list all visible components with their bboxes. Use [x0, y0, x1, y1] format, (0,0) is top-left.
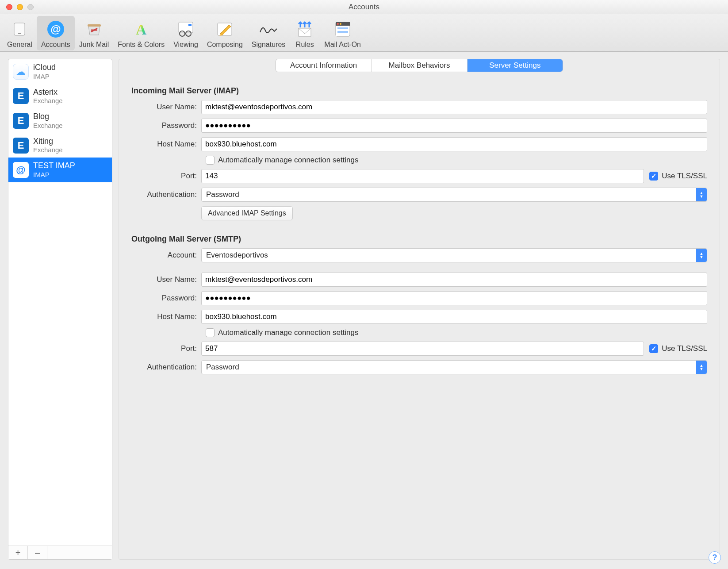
account-name: TEST IMAP [33, 161, 75, 171]
dropdown-arrows-icon: ▲▼ [696, 188, 707, 201]
authentication-label: Authentication: [131, 190, 201, 199]
svg-rect-9 [188, 24, 192, 26]
titlebar: Accounts [0, 0, 728, 14]
auto-manage-label: Automatically manage connection settings [218, 328, 359, 337]
general-icon [9, 19, 30, 40]
toolbar-label: Signatures [252, 41, 286, 49]
host-name-label: Host Name: [131, 312, 201, 321]
account-row-test-imap[interactable]: @ TEST IMAP IMAP [8, 158, 112, 182]
account-type: IMAP [33, 171, 75, 179]
svg-text:@: @ [50, 23, 61, 35]
account-tabs: Account Information Mailbox Behaviors Se… [276, 59, 563, 72]
incoming-authentication-select[interactable]: Password ▲▼ [201, 188, 707, 202]
password-label: Password: [131, 294, 201, 303]
composing-icon [214, 19, 235, 40]
account-name: Blog [33, 112, 63, 122]
account-name: Asterix [33, 88, 63, 97]
dropdown-arrows-icon: ▲▼ [696, 361, 707, 374]
account-row-icloud[interactable]: ☁ iCloud IMAP [8, 59, 112, 84]
outgoing-account-select[interactable]: Eventosdeportivos ▲▼ [201, 248, 707, 262]
fonts-colors-icon: A [130, 19, 152, 40]
exchange-icon: E [13, 113, 29, 129]
outgoing-password-field[interactable] [201, 291, 707, 305]
toolbar-label: General [7, 41, 32, 49]
window-minimize-button[interactable] [17, 4, 23, 10]
svg-rect-20 [337, 31, 348, 33]
select-value: Eventosdeportivos [206, 251, 268, 260]
incoming-password-field[interactable] [201, 119, 707, 133]
auto-manage-label: Automatically manage connection settings [218, 156, 359, 165]
port-label: Port: [131, 172, 201, 181]
account-name: Xiting [33, 137, 63, 146]
account-type: Exchange [33, 146, 63, 154]
toolbar-accounts[interactable]: @ Accounts [37, 16, 75, 50]
outgoing-section-title: Outgoing Mail Server (SMTP) [131, 235, 707, 244]
toolbar-composing[interactable]: Composing [203, 16, 247, 50]
account-row-xiting[interactable]: E Xiting Exchange [8, 133, 112, 158]
outgoing-port-field[interactable] [201, 342, 644, 356]
tab-account-information[interactable]: Account Information [276, 59, 372, 72]
divider [206, 267, 707, 267]
toolbar-label: Junk Mail [79, 41, 109, 49]
toolbar-mail-act-on[interactable]: Mail Act-On [320, 16, 365, 50]
account-name: iCloud [33, 63, 56, 73]
incoming-use-tls-checkbox[interactable]: ✓ [649, 172, 658, 181]
svg-rect-1 [18, 33, 21, 34]
account-type: Exchange [33, 97, 63, 105]
svg-rect-14 [299, 28, 311, 36]
preferences-toolbar: General @ Accounts Junk Mail A Fonts & C… [0, 14, 728, 52]
toolbar-label: Rules [296, 41, 314, 49]
icloud-icon: ☁ [13, 64, 29, 80]
select-value: Password [206, 190, 239, 199]
select-value: Password [206, 363, 239, 372]
incoming-section-title: Incoming Mail Server (IMAP) [131, 86, 707, 96]
toolbar-label: Mail Act-On [324, 41, 361, 49]
authentication-label: Authentication: [131, 363, 201, 372]
incoming-host-name-field[interactable] [201, 137, 707, 151]
outgoing-authentication-select[interactable]: Password ▲▼ [201, 360, 707, 374]
server-settings-panel: Account Information Mailbox Behaviors Se… [119, 59, 720, 560]
accounts-sidebar: ☁ iCloud IMAP E Asterix Exchange E Blog … [8, 59, 112, 560]
tab-mailbox-behaviors[interactable]: Mailbox Behaviors [372, 59, 467, 72]
port-label: Port: [131, 344, 201, 353]
account-row-asterix[interactable]: E Asterix Exchange [8, 84, 112, 109]
svg-rect-19 [337, 27, 348, 29]
outgoing-auto-manage-checkbox[interactable] [206, 328, 215, 337]
account-type: Exchange [33, 122, 63, 130]
svg-point-18 [340, 23, 341, 25]
add-account-button[interactable]: + [8, 546, 28, 559]
exchange-icon: E [13, 88, 29, 104]
signatures-icon [258, 19, 279, 40]
incoming-port-field[interactable] [201, 169, 644, 183]
advanced-imap-settings-button[interactable]: Advanced IMAP Settings [201, 206, 293, 220]
rules-icon [294, 19, 315, 40]
account-label: Account: [131, 251, 201, 260]
outgoing-use-tls-checkbox[interactable]: ✓ [649, 344, 658, 353]
mail-act-on-icon [332, 19, 353, 40]
outgoing-host-name-field[interactable] [201, 310, 707, 324]
user-name-label: User Name: [131, 275, 201, 284]
tab-server-settings[interactable]: Server Settings [467, 59, 563, 72]
remove-account-button[interactable]: – [28, 546, 47, 559]
outgoing-user-name-field[interactable] [201, 273, 707, 287]
svg-rect-4 [88, 24, 101, 27]
exchange-icon: E [13, 138, 29, 154]
toolbar-signatures[interactable]: Signatures [247, 16, 290, 50]
toolbar-fonts-colors[interactable]: A Fonts & Colors [113, 16, 169, 50]
window-close-button[interactable] [6, 4, 12, 10]
account-type: IMAP [33, 73, 56, 81]
toolbar-viewing[interactable]: Viewing [169, 16, 203, 50]
incoming-auto-manage-checkbox[interactable] [206, 156, 215, 165]
incoming-user-name-field[interactable] [201, 100, 707, 114]
toolbar-label: Viewing [173, 41, 198, 49]
window-title: Accounts [349, 3, 379, 12]
help-button[interactable]: ? [709, 551, 721, 564]
account-row-blog[interactable]: E Blog Exchange [8, 108, 112, 133]
toolbar-rules[interactable]: Rules [290, 16, 320, 50]
toolbar-general[interactable]: General [3, 16, 37, 50]
use-tls-label: Use TLS/SSL [662, 172, 707, 181]
viewing-icon [175, 19, 196, 40]
junk-mail-icon [84, 19, 105, 40]
toolbar-junk-mail[interactable]: Junk Mail [75, 16, 114, 50]
dropdown-arrows-icon: ▲▼ [696, 249, 707, 262]
